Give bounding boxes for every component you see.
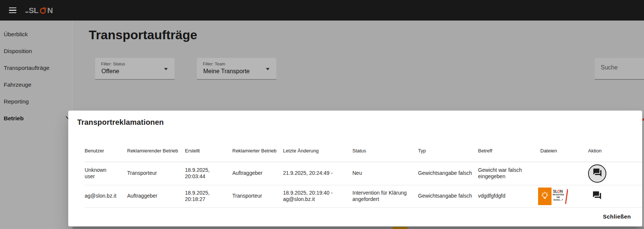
dropdown-arrow-icon: [266, 68, 270, 70]
dropdown-arrow-icon: [164, 68, 168, 70]
forum-icon: [593, 168, 602, 179]
col-header-aktion: Aktion: [588, 129, 641, 162]
col-header-reklamierender-betrieb: Reklamierender Betrieb: [127, 129, 185, 162]
search-input[interactable]: [601, 64, 640, 71]
cell-aktion: [588, 162, 641, 185]
cell-reklamierender-betrieb: Auftraggeber: [127, 185, 185, 207]
col-header-typ: Typ: [418, 129, 478, 162]
logo-arrow-o-icon: [39, 6, 47, 15]
filter-status-value: Offene: [101, 68, 119, 75]
cell-benutzer: Unknown user: [85, 162, 127, 185]
cell-reklamierter-betrieb: Transporteur: [232, 185, 283, 207]
sidebar-item-reporting[interactable]: Reporting: [0, 93, 72, 110]
col-header-erstellt: Erstellt: [185, 129, 232, 162]
cell-status: Neu: [352, 162, 418, 185]
col-header-benutzer: Benutzer: [85, 129, 127, 162]
cell-betreff: vdgdfgfdgfd: [478, 185, 540, 207]
page-title: Transportaufträge: [89, 28, 197, 42]
cell-typ: Gewichtsangabe falsch: [418, 185, 478, 207]
forum-icon: [592, 191, 602, 202]
thumbnail-text-side: SLON WUSSTEN SIE DASS...?: [552, 188, 568, 205]
sidebar-item-transportauftraege[interactable]: Transportaufträge: [0, 59, 72, 76]
filter-status-label: Filter: Status: [101, 62, 125, 66]
cell-erstellt: 18.9.2025, 20:18:27: [185, 185, 232, 207]
filter-team-value: Meine Transporte: [203, 68, 250, 75]
sidebar-item-disposition[interactable]: Disposition: [0, 43, 72, 59]
sidebar: Überblick Disposition Transportaufträge …: [0, 21, 72, 229]
sidebar-item-betrieb-label: Betrieb: [4, 115, 23, 121]
bottom-scroll-strip[interactable]: [72, 227, 644, 229]
open-chat-button[interactable]: [591, 191, 603, 202]
cell-reklamierender-betrieb: Transporteur: [127, 162, 185, 185]
table-row: ag@slon.bz.it Auftraggeber 18.9.2025, 20…: [85, 185, 641, 207]
cell-aktion: [588, 185, 641, 207]
thumbnail-caption: WUSSTEN SIE DASS...?: [552, 194, 565, 201]
close-dialog-button[interactable]: Schließen: [600, 211, 634, 222]
logo-text-n: N: [47, 6, 53, 15]
cell-reklamierter-betrieb: Auftraggeber: [232, 162, 283, 185]
logo-text-sl: SL: [29, 6, 38, 15]
cell-status: Intervention für Klärung angefordert: [352, 185, 418, 207]
table-header-row: Benutzer Reklamierender Betrieb Erstellt…: [85, 129, 641, 162]
col-header-reklamierter-betrieb: Reklamierter Betrieb: [232, 129, 283, 162]
lightbulb-icon: [538, 188, 552, 205]
cell-typ: Gewichtsangabe falsch: [418, 162, 478, 185]
menu-icon[interactable]: [9, 7, 16, 13]
edge-red-marker: [643, 118, 644, 121]
thumbnail-red-line: [565, 189, 568, 204]
col-header-letzte-aenderung: Letzte Änderung: [283, 129, 352, 162]
logo-dash: [25, 12, 28, 13]
cell-letzte-aenderung: 21.9.2025, 20:24:49 -: [283, 162, 352, 185]
table-row: Unknown user Transporteur 18.9.2025, 20:…: [85, 162, 641, 185]
cell-erstellt: 18.9.2025, 20:03:44: [185, 162, 232, 185]
col-header-betreff: Betreff: [478, 129, 540, 162]
filter-status-select[interactable]: Filter: Status Offene: [95, 58, 175, 80]
cell-dateien: SLON WUSSTEN SIE DASS...?: [540, 185, 588, 207]
topbar: SL N: [0, 0, 644, 21]
cell-benutzer: ag@slon.bz.it: [85, 185, 127, 207]
slon-logo: SL N: [25, 6, 53, 15]
sidebar-item-betrieb[interactable]: Betrieb: [0, 110, 72, 127]
hidden-yellow-element: [393, 227, 408, 229]
filter-team-select[interactable]: Filter: Team Meine Transporte: [197, 58, 276, 80]
file-thumbnail[interactable]: SLON WUSSTEN SIE DASS...?: [538, 188, 568, 205]
cell-betreff: Gewicht war falsch eingegeben: [478, 162, 540, 185]
filter-team-label: Filter: Team: [203, 62, 225, 66]
sidebar-item-fahrzeuge[interactable]: Fahrzeuge: [0, 76, 72, 93]
cell-letzte-aenderung: 18.9.2025, 20:19:40 - ag@slon.bz.it: [283, 185, 352, 207]
open-chat-button[interactable]: [588, 164, 606, 183]
search-field: [595, 58, 644, 80]
claims-table: Benutzer Reklamierender Betrieb Erstellt…: [85, 129, 641, 208]
transportreklamationen-dialog: Transportreklamationen Benutzer Reklamie…: [68, 111, 642, 226]
sidebar-item-ueberblick[interactable]: Überblick: [0, 26, 72, 43]
dialog-title: Transportreklamationen: [77, 118, 164, 127]
col-header-dateien: Dateien: [540, 129, 588, 162]
col-header-status: Status: [352, 129, 418, 162]
cell-dateien: [540, 162, 588, 185]
